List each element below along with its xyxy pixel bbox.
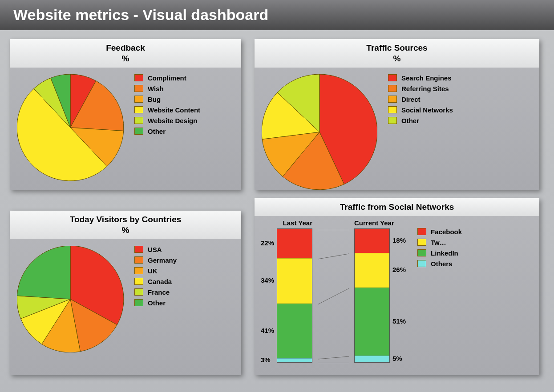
legend-swatch [417, 239, 426, 246]
legend-swatch [388, 106, 397, 113]
legend-item: Compliment [134, 74, 234, 82]
legend-swatch [388, 85, 397, 92]
legend-label: Wish [148, 85, 164, 92]
legend-item: Website Design [134, 117, 234, 124]
legend-label: Website Content [148, 106, 200, 114]
bar-segment [277, 358, 312, 362]
legend-swatch [388, 117, 397, 124]
legend-swatch [134, 288, 143, 296]
legend-item: LinkedIn [417, 249, 533, 257]
legend-label: Direct [401, 96, 421, 103]
pie-visitors [17, 246, 124, 352]
legend-label: Compliment [148, 74, 186, 82]
legend-label: Referring Sites [401, 85, 449, 92]
legend-item: Website Content [134, 106, 234, 114]
legend-label: Tw… [431, 239, 446, 246]
legend-swatch [134, 74, 143, 81]
legend-swatch [134, 85, 143, 92]
legend-swatch [134, 256, 143, 264]
card-header-visitors: Today Visitors by Countries % [10, 211, 241, 240]
bar-value-label: 22% [261, 228, 274, 258]
legend-label: USA [148, 246, 162, 253]
legend-visitors: USAGermanyUKCanadaFranceOther [134, 246, 234, 310]
legend-item: Canada [134, 278, 234, 285]
legend-item: Other [134, 299, 234, 307]
card-social: Traffic from Social Networks Last Year 2… [255, 198, 539, 375]
legend-swatch [134, 246, 143, 253]
stacked-bar-last-year [277, 228, 312, 363]
legend-swatch [388, 96, 397, 103]
legend-label: Search Engines [401, 74, 452, 82]
legend-label: France [148, 288, 170, 296]
legend-swatch [417, 228, 426, 235]
legend-item: Other [134, 128, 234, 135]
card-header-social: Traffic from Social Networks [255, 198, 539, 216]
legend-swatch [134, 106, 143, 113]
legend-item: Facebook [417, 228, 533, 236]
bar-segment [355, 356, 389, 362]
svg-line-1 [318, 254, 349, 259]
bar-segment [277, 304, 312, 358]
legend-item: USA [134, 246, 234, 253]
card-title: Today Visitors by Countries [70, 215, 182, 224]
legend-feedback: ComplimentWishBugWebsite ContentWebsite … [134, 74, 234, 138]
bar-col-title-right: Current Year [354, 219, 394, 227]
legend-label: Bug [148, 96, 161, 103]
legend-item: Germany [134, 256, 234, 264]
legend-label: Website Design [148, 117, 197, 124]
card-header-traffic: Traffic Sources % [255, 39, 539, 68]
legend-swatch [134, 117, 143, 124]
card-feedback: Feedback % ComplimentWishBugWebsite Cont… [10, 39, 241, 190]
card-header-feedback: Feedback % [10, 39, 241, 68]
card-subtitle: % [393, 54, 401, 63]
bar-segment [277, 229, 312, 258]
legend-item: UK [134, 267, 234, 275]
pie-traffic [262, 74, 377, 190]
page-title: Website metrics - Visual dashboard [0, 0, 554, 30]
legend-swatch [134, 278, 143, 285]
legend-label: Others [431, 260, 452, 268]
legend-label: Germany [148, 256, 177, 264]
legend-swatch [134, 128, 143, 135]
legend-item: Wish [134, 85, 234, 92]
bar-value-label: 41% [261, 303, 274, 358]
bar-connectors [318, 230, 349, 363]
bar-segment [277, 258, 312, 304]
legend-swatch [134, 96, 143, 103]
card-visitors: Today Visitors by Countries % USAGermany… [10, 211, 241, 375]
pie-feedback [17, 74, 124, 181]
legend-item: Tw… [417, 239, 533, 246]
stacked-bar-current-year [354, 228, 390, 363]
legend-item: Search Engines [388, 74, 532, 82]
legend-swatch [417, 260, 426, 267]
legend-label: Social Networks [401, 106, 453, 114]
legend-label: Canada [148, 278, 172, 285]
bar-value-label: 18% [392, 228, 406, 252]
card-title: Feedback [106, 43, 145, 52]
legend-item: Direct [388, 96, 532, 103]
legend-traffic: Search EnginesReferring SitesDirectSocia… [388, 74, 532, 128]
card-subtitle: % [122, 54, 129, 63]
bar-value-label: 5% [392, 355, 406, 362]
legend-label: Facebook [431, 228, 462, 236]
bar-value-label: 51% [392, 287, 406, 355]
card-title: Traffic from Social Networks [340, 202, 454, 212]
svg-line-3 [318, 356, 349, 359]
bar-labels-left: 22%34%41%3% [261, 228, 277, 362]
card-traffic: Traffic Sources % Search EnginesReferrin… [255, 39, 539, 190]
bar-value-label: 26% [392, 252, 406, 287]
legend-item: Others [417, 260, 533, 268]
legend-item: Other [388, 117, 532, 124]
legend-social: FacebookTw…LinkedInOthers [417, 228, 533, 271]
legend-item: Referring Sites [388, 85, 532, 92]
legend-label: Other [148, 299, 166, 307]
bar-labels-right: 18%26%51%5% [390, 228, 406, 362]
legend-item: Social Networks [388, 106, 532, 114]
bar-segment [355, 229, 389, 253]
card-subtitle: % [122, 225, 129, 235]
legend-item: Bug [134, 96, 234, 103]
legend-label: UK [148, 267, 158, 275]
card-title: Traffic Sources [366, 43, 427, 52]
legend-label: LinkedIn [431, 249, 458, 257]
bar-value-label: 34% [261, 258, 274, 303]
